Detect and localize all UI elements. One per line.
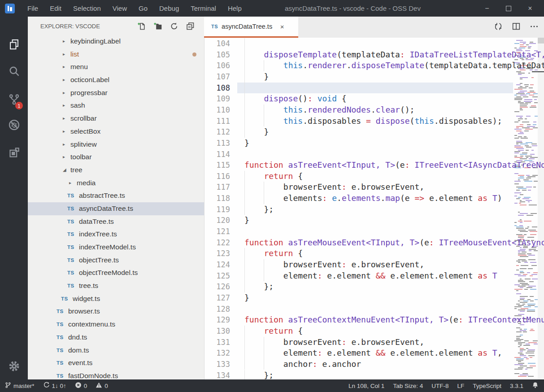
more-actions-icon[interactable]	[529, 22, 539, 33]
minimize-button[interactable]: −	[479, 0, 495, 17]
tree-item-media[interactable]: ▸media	[28, 177, 204, 190]
line-number[interactable]: 126	[205, 281, 230, 292]
activity-debug[interactable]	[0, 113, 28, 138]
chevron-collapsed-icon[interactable]: ▸	[63, 99, 65, 112]
code-line-118[interactable]: elements: e.elements.map(e => e.element …	[237, 193, 513, 204]
chevron-collapsed-icon[interactable]: ▸	[63, 87, 65, 100]
line-number[interactable]: 120	[205, 215, 230, 226]
code-line-111[interactable]: this.disposables = dispose(this.disposab…	[237, 116, 513, 127]
code-line-115[interactable]: function asTreeEvent<TInput, T>(e: ITree…	[237, 160, 513, 171]
line-number[interactable]: 117	[205, 182, 230, 193]
line-number[interactable]: 114	[205, 149, 230, 160]
code-line-107[interactable]: }	[237, 71, 513, 83]
tree-item-selectBox[interactable]: ▸selectBox	[28, 125, 204, 138]
refresh-icon[interactable]	[170, 22, 179, 31]
chevron-collapsed-icon[interactable]: ▸	[63, 48, 65, 61]
code-line-116[interactable]: return {	[237, 171, 513, 182]
status-ts-version[interactable]: 3.3.1	[510, 383, 523, 389]
menu-edit[interactable]: Edit	[44, 0, 67, 17]
status-eol[interactable]: LF	[457, 383, 464, 389]
code-editor[interactable]: 104105disposeTemplate(templateData: IDat…	[205, 38, 544, 379]
line-number[interactable]: 134	[205, 370, 230, 380]
chevron-collapsed-icon[interactable]: ▸	[63, 125, 65, 138]
chevron-collapsed-icon[interactable]: ▸	[63, 61, 65, 74]
new-folder-icon[interactable]	[153, 22, 163, 31]
line-number[interactable]: 133	[205, 359, 230, 370]
code-line-117[interactable]: browserEvent: e.browserEvent,	[237, 182, 513, 193]
tree-item-indexTree-ts[interactable]: TSindexTree.ts	[28, 228, 204, 241]
tree-item-objectTree-ts[interactable]: TSobjectTree.ts	[28, 254, 204, 267]
code-line-129[interactable]: function asTreeContextMenuEvent<TInput, …	[237, 314, 513, 326]
line-number[interactable]: 111	[205, 116, 230, 127]
code-line-112[interactable]: }	[237, 126, 513, 138]
chevron-collapsed-icon[interactable]: ▸	[63, 151, 65, 164]
line-number[interactable]: 132	[205, 348, 230, 359]
tree-item-abstractTree-ts[interactable]: TSabstractTree.ts	[28, 189, 204, 202]
tree-item-splitview[interactable]: ▸splitview	[28, 138, 204, 151]
code-line-124[interactable]: browserEvent: e.browserEvent,	[237, 259, 513, 270]
tree-item-tree-ts[interactable]: TStree.ts	[28, 279, 204, 292]
line-number[interactable]: 108	[205, 83, 230, 94]
tree-item-widget-ts[interactable]: TSwidget.ts	[28, 292, 204, 305]
menu-selection[interactable]: Selection	[67, 0, 107, 17]
line-number[interactable]: 124	[205, 259, 230, 270]
code-line-104[interactable]	[237, 38, 513, 49]
line-number[interactable]: 123	[205, 248, 230, 259]
menu-go[interactable]: Go	[133, 0, 153, 17]
menu-help[interactable]: Help	[222, 0, 248, 17]
code-line-122[interactable]: function asTreeMouseEvent<TInput, T>(e: …	[237, 237, 513, 248]
line-number[interactable]: 129	[205, 314, 230, 326]
line-number[interactable]: 112	[205, 126, 230, 138]
code-line-133[interactable]: anchor: e.anchor	[237, 359, 513, 370]
chevron-collapsed-icon[interactable]: ▸	[63, 74, 65, 87]
menu-view[interactable]: View	[107, 0, 133, 17]
tree-item-scrollbar[interactable]: ▸scrollbar	[28, 112, 204, 125]
menu-terminal[interactable]: Terminal	[185, 0, 222, 17]
maximize-button[interactable]	[501, 0, 516, 17]
line-number[interactable]: 104	[205, 38, 230, 49]
activity-source-control[interactable]: 1	[0, 88, 28, 112]
line-number[interactable]: 115	[205, 160, 230, 171]
close-button[interactable]: ×	[522, 0, 538, 17]
tree-item-dataTree-ts[interactable]: TSdataTree.ts	[28, 215, 204, 228]
settings-gear-button[interactable]	[0, 355, 28, 379]
chevron-collapsed-icon[interactable]: ▸	[63, 35, 65, 48]
code-line-131[interactable]: browserEvent: e.browserEvent,	[237, 337, 513, 348]
activity-search[interactable]	[0, 60, 28, 84]
line-number[interactable]: 106	[205, 60, 230, 71]
code-line-120[interactable]: }	[237, 215, 513, 226]
code-line-127[interactable]: }	[237, 292, 513, 304]
line-number[interactable]: 121	[205, 226, 230, 237]
code-line-125[interactable]: element: e.element && e.element.element …	[237, 270, 513, 282]
code-line-121[interactable]	[237, 226, 513, 237]
menu-file[interactable]: File	[22, 0, 44, 17]
line-number[interactable]: 128	[205, 304, 230, 315]
code-line-119[interactable]: };	[237, 204, 513, 215]
tree-item-indexTreeModel-ts[interactable]: TSindexTreeModel.ts	[28, 241, 204, 254]
chevron-collapsed-icon[interactable]: ▸	[63, 112, 65, 125]
status-indentation[interactable]: Tab Size: 4	[393, 383, 423, 389]
status-warnings-status[interactable]: 0	[96, 382, 108, 390]
status-notifications[interactable]	[532, 382, 539, 390]
tree-item-dnd-ts[interactable]: TSdnd.ts	[28, 331, 204, 344]
tree-item-dom-ts[interactable]: TSdom.ts	[28, 344, 204, 357]
status-language-mode[interactable]: TypeScript	[473, 383, 501, 389]
tab-close-icon[interactable]: ×	[278, 23, 287, 30]
editor-scrollbar[interactable]	[538, 38, 544, 379]
code-line-132[interactable]: element: e.element && e.element.element …	[237, 348, 513, 359]
chevron-collapsed-icon[interactable]: ▸	[63, 138, 65, 151]
line-number[interactable]: 131	[205, 337, 230, 348]
code-line-126[interactable]: };	[237, 281, 513, 292]
chevron-collapsed-icon[interactable]: ▸	[69, 177, 71, 190]
collapse-all-icon[interactable]	[186, 22, 195, 31]
tab-asyncDataTree[interactable]: TS asyncDataTree.ts ×	[204, 17, 298, 38]
activity-extensions[interactable]	[0, 141, 28, 166]
tree-item-toolbar[interactable]: ▸toolbar	[28, 151, 204, 164]
line-number[interactable]: 125	[205, 270, 230, 282]
tree-item-asyncDataTree-ts[interactable]: TSasyncDataTree.ts	[28, 202, 204, 215]
tree-item-progressbar[interactable]: ▸progressbar	[28, 87, 204, 100]
tree-item-menu[interactable]: ▸menu	[28, 61, 204, 74]
code-line-113[interactable]: }	[237, 138, 513, 149]
status-git-branch-status[interactable]: master*	[4, 382, 35, 390]
code-line-105[interactable]: disposeTemplate(templateData: IDataTreeL…	[237, 49, 513, 61]
